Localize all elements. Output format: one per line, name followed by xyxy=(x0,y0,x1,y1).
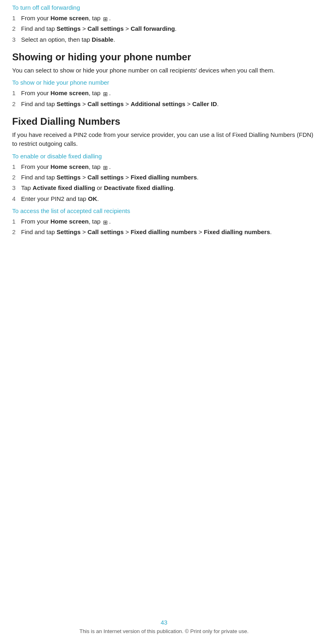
bold-text: Home screen xyxy=(51,163,89,170)
list-item: 2 Find and tap Settings > Call settings … xyxy=(12,173,316,182)
bold-text: Settings xyxy=(57,228,81,235)
list-item: 2 Find and tap Settings > Call settings … xyxy=(12,24,316,33)
list-text: Find and tap Settings > Call settings > … xyxy=(21,24,316,33)
fixed-heading: Fixed Dialling Numbers xyxy=(12,116,316,127)
list-num: 1 xyxy=(12,88,21,98)
bold-text: Fixed dialling numbers xyxy=(204,228,270,235)
bold-text: Disable xyxy=(92,36,113,43)
bold-text: Call settings xyxy=(88,100,124,107)
bold-text: OK xyxy=(88,195,97,202)
list-num: 1 xyxy=(12,217,21,226)
footer-text: This is an Internet version of this publ… xyxy=(0,628,328,634)
bold-text: Caller ID xyxy=(192,100,217,107)
list-item: 1 From your Home screen, tap . xyxy=(12,13,316,23)
bold-text: Home screen xyxy=(51,15,89,21)
list-item: 4 Enter your PIN2 and tap OK. xyxy=(12,194,316,203)
bold-text: Settings xyxy=(57,100,81,107)
list-item: 2 Find and tap Settings > Call settings … xyxy=(12,99,316,109)
list-text: Find and tap Settings > Call settings > … xyxy=(21,173,316,182)
list-text: From your Home screen, tap . xyxy=(21,13,316,23)
list-item: 3 Tap Activate fixed dialling or Deactiv… xyxy=(12,183,316,192)
bold-text: Activate fixed dialling xyxy=(32,184,95,191)
list-text: From your Home screen, tap . xyxy=(21,88,316,98)
show-hide-link-heading: To show or hide your phone number xyxy=(12,79,316,86)
turn-off-heading: To turn off call forwarding xyxy=(12,4,316,11)
list-num: 1 xyxy=(12,13,21,23)
bold-text: Additional settings xyxy=(131,100,185,107)
access-list-steps: 1 From your Home screen, tap . 2 Find an… xyxy=(12,217,316,237)
grid-icon xyxy=(103,163,109,168)
list-item: 1 From your Home screen, tap . xyxy=(12,162,316,171)
showing-heading: Showing or hiding your phone number xyxy=(12,51,316,63)
fixed-desc: If you have received a PIN2 code from yo… xyxy=(12,130,316,149)
bold-text: Call forwarding xyxy=(131,25,175,32)
section-turn-off: To turn off call forwarding 1 From your … xyxy=(12,4,316,44)
page-footer: 43 This is an Internet version of this p… xyxy=(0,619,328,634)
list-num: 2 xyxy=(12,173,21,182)
bold-text: Home screen xyxy=(51,218,89,225)
bold-text: Deactivate fixed dialling xyxy=(104,184,173,191)
list-text: Find and tap Settings > Call settings > … xyxy=(21,99,316,109)
page-number: 43 xyxy=(0,619,328,626)
list-item: 1 From your Home screen, tap . xyxy=(12,88,316,98)
list-num: 3 xyxy=(12,183,21,192)
enable-disable-link-heading: To enable or disable fixed dialling xyxy=(12,153,316,160)
grid-icon xyxy=(103,89,109,95)
bold-text: Fixed dialling numbers xyxy=(131,228,197,235)
turn-off-steps: 1 From your Home screen, tap . 2 Find an… xyxy=(12,13,316,44)
bold-text: Call settings xyxy=(88,25,124,32)
access-list-link-heading: To access the list of accepted call reci… xyxy=(12,207,316,214)
bold-text: Home screen xyxy=(51,90,89,96)
list-num: 3 xyxy=(12,35,21,44)
bold-text: Settings xyxy=(57,174,81,181)
bold-text: Call settings xyxy=(88,174,124,181)
list-text: From your Home screen, tap . xyxy=(21,162,316,171)
list-num: 2 xyxy=(12,227,21,237)
list-item: 1 From your Home screen, tap . xyxy=(12,217,316,226)
list-num: 1 xyxy=(12,162,21,171)
list-num: 4 xyxy=(12,194,21,203)
list-num: 2 xyxy=(12,99,21,109)
list-text: From your Home screen, tap . xyxy=(21,217,316,226)
grid-icon xyxy=(103,14,109,20)
grid-icon xyxy=(103,218,109,223)
list-num: 2 xyxy=(12,24,21,33)
list-text: Tap Activate fixed dialling or Deactivat… xyxy=(21,183,316,192)
list-item: 3 Select an option, then tap Disable. xyxy=(12,35,316,44)
list-text: Select an option, then tap Disable. xyxy=(21,35,316,44)
list-text: Find and tap Settings > Call settings > … xyxy=(21,227,316,237)
bold-text: Settings xyxy=(57,25,81,32)
section-fixed: Fixed Dialling Numbers If you have recei… xyxy=(12,116,316,237)
enable-disable-steps: 1 From your Home screen, tap . 2 Find an… xyxy=(12,162,316,203)
showing-desc: You can select to show or hide your phon… xyxy=(12,66,316,75)
page-content: To turn off call forwarding 1 From your … xyxy=(0,0,328,265)
bold-text: Fixed dialling numbers xyxy=(131,174,197,181)
list-text: Enter your PIN2 and tap OK. xyxy=(21,194,316,203)
section-showing: Showing or hiding your phone number You … xyxy=(12,51,316,109)
show-hide-steps: 1 From your Home screen, tap . 2 Find an… xyxy=(12,88,316,109)
list-item: 2 Find and tap Settings > Call settings … xyxy=(12,227,316,237)
bold-text: Call settings xyxy=(88,228,124,235)
